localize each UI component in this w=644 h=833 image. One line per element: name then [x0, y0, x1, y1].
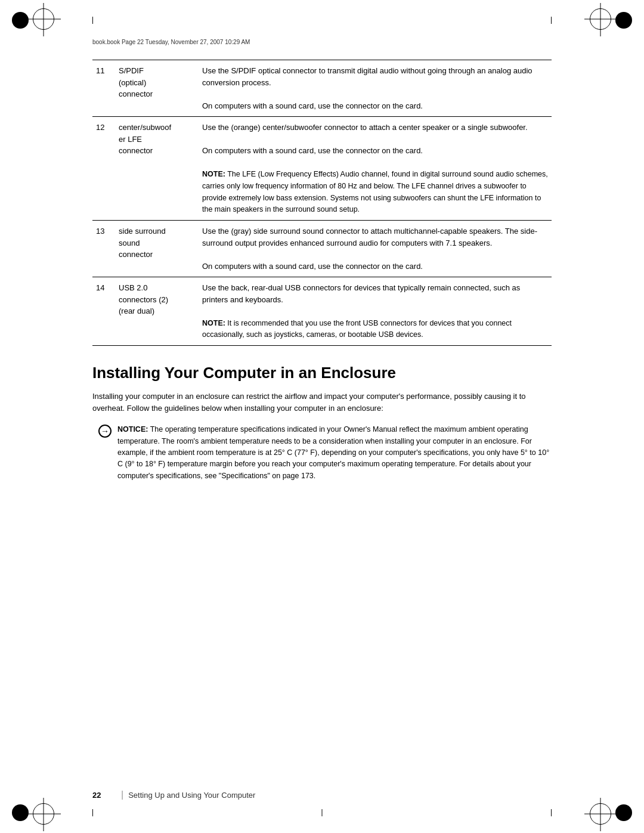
row-name-12: center/subwoofer LFEconnector — [115, 117, 199, 221]
reg-mark-br — [590, 803, 611, 825]
page-footer: 22 | Setting Up and Using Your Computer — [92, 789, 552, 800]
reg-mark-tr — [590, 8, 611, 30]
footer-section-text: Setting Up and Using Your Computer — [128, 791, 255, 800]
row-desc-12: Use the (orange) center/subwoofer connec… — [199, 117, 552, 221]
table-row: 11 S/PDIF(optical)connector Use the S/PD… — [92, 60, 552, 117]
page-header: book.book Page 22 Tuesday, November 27, … — [92, 39, 552, 45]
section-intro: Installing your computer in an enclosure… — [92, 391, 552, 414]
row-desc-13: Use the (gray) side surround sound conne… — [199, 221, 552, 277]
reg-mark-bl — [33, 803, 54, 825]
notice-label: NOTICE: — [117, 425, 148, 433]
row-name-14: USB 2.0connectors (2)(rear dual) — [115, 277, 199, 346]
footer-separator: | — [121, 789, 123, 800]
corner-circle-tl — [12, 12, 29, 29]
notice-text: NOTICE: The operating temperature specif… — [117, 424, 552, 482]
footer-page-num: 22 — [92, 791, 110, 800]
tick-top-right — [551, 17, 552, 24]
row-name-11: S/PDIF(optical)connector — [115, 60, 199, 117]
notice-body: The operating temperature specifications… — [117, 425, 549, 480]
row-name-13: side surroundsoundconnector — [115, 221, 199, 277]
row-desc-14: Use the back, rear-dual USB connectors f… — [199, 277, 552, 346]
table-row: 13 side surroundsoundconnector Use the (… — [92, 221, 552, 277]
connector-table: 11 S/PDIF(optical)connector Use the S/PD… — [92, 60, 552, 346]
notice-icon: → — [98, 425, 112, 438]
header-text: book.book Page 22 Tuesday, November 27, … — [92, 39, 250, 45]
row-num-14: 14 — [92, 277, 115, 346]
corner-circle-br — [615, 804, 632, 821]
tick-bottom-center — [322, 809, 323, 816]
tick-bottom-left — [92, 809, 93, 816]
notice-block: → NOTICE: The operating temperature spec… — [92, 424, 552, 482]
tick-bottom-right — [551, 809, 552, 816]
row-num-12: 12 — [92, 117, 115, 221]
row-num-13: 13 — [92, 221, 115, 277]
corner-circle-tr — [615, 12, 632, 29]
reg-mark-tl — [33, 8, 54, 30]
table-row: 14 USB 2.0connectors (2)(rear dual) Use … — [92, 277, 552, 346]
content-area: 11 S/PDIF(optical)connector Use the S/PD… — [92, 60, 552, 779]
row-num-11: 11 — [92, 60, 115, 117]
page: book.book Page 22 Tuesday, November 27, … — [0, 0, 644, 833]
section-heading: Installing Your Computer in an Enclosure — [92, 364, 552, 382]
corner-circle-bl — [12, 804, 29, 821]
table-row: 12 center/subwoofer LFEconnector Use the… — [92, 117, 552, 221]
tick-top-left — [92, 17, 93, 24]
row-desc-11: Use the S/PDIF optical connector to tran… — [199, 60, 552, 117]
